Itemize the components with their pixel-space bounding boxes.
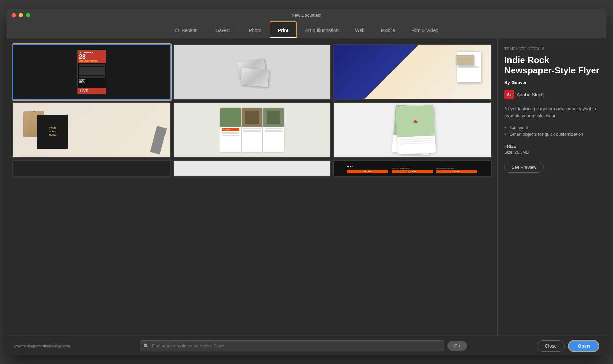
- tab-saved[interactable]: Saved: [208, 21, 238, 38]
- new-document-window: New Document ⏱ Recent Saved Photo Print …: [7, 9, 606, 355]
- go-button[interactable]: Go: [447, 341, 467, 351]
- indie-bottom-live: LIVE: [78, 88, 106, 94]
- template-features-list: A4 layout Smart objects for quick custom…: [504, 125, 599, 137]
- template-label-bottom1: [13, 176, 170, 177]
- trifold-panel-1: COMPANY: [220, 108, 241, 152]
- template-stationery[interactable]: Stationery Branding Scene Mock... FREE: [333, 44, 492, 100]
- open-button[interactable]: Open: [568, 340, 599, 352]
- maximize-traffic-light[interactable]: [26, 13, 30, 17]
- template-retail[interactable]: YOURLOGOHERE Retail Branding Scene Mocku…: [12, 102, 171, 158]
- close-traffic-light[interactable]: [12, 13, 16, 17]
- search-wrapper: 🔍: [140, 340, 444, 351]
- template-thumb-bottom2: [174, 161, 331, 176]
- bottom-bar: www.heritagechristiancollege.com 🔍 Go Cl…: [7, 336, 606, 355]
- template-pricing: FREE: [504, 144, 599, 149]
- clock-icon: ⏱: [175, 28, 179, 33]
- template-thumb-trifold: COMPANY: [174, 103, 331, 157]
- tab-film-video[interactable]: Film & Video: [403, 21, 446, 38]
- window-title: New Document: [292, 13, 322, 18]
- template-label-flamingo: Flamingo Business Card FREE: [334, 157, 491, 158]
- template-indie-rock[interactable]: INDIEROCK 28 INDIE MUSIC FESTIVAL MARYSM…: [12, 44, 171, 100]
- template-marbled[interactable]: Marbled Business Card FREE: [173, 44, 332, 100]
- template-author: By Guuver: [504, 80, 599, 85]
- template-size: Size: 26.3MB: [504, 150, 599, 155]
- flamingo-card-front: 🌺: [396, 105, 436, 155]
- bottom-right-buttons: Close Open: [537, 340, 599, 352]
- template-thumb-flamingo: 🌿 🌺: [334, 103, 491, 157]
- tab-divider-1: [206, 27, 206, 33]
- template-label-marbled: Marbled Business Card FREE: [174, 99, 331, 100]
- adobe-stock-label: Adobe Stock: [517, 92, 544, 97]
- nav-tabs-bar: ⏱ Recent Saved Photo Print Art & Illustr…: [7, 21, 606, 38]
- content-area: INDIEROCK 28 INDIE MUSIC FESTIVAL MARYSM…: [7, 38, 606, 336]
- templates-panel: INDIEROCK 28 INDIE MUSIC FESTIVAL MARYSM…: [7, 38, 497, 336]
- feature-item-2: Smart objects for quick customization: [504, 132, 599, 137]
- search-area: 🔍 Go: [140, 340, 467, 351]
- music-card-1: MUSIC MUSIC: [346, 162, 390, 175]
- tab-recent[interactable]: ⏱ Recent: [167, 21, 205, 38]
- search-templates-input[interactable]: [140, 340, 444, 351]
- template-thumb-marble: [174, 45, 331, 99]
- template-bottom3[interactable]: MUSIC MUSIC INDIE ROCK MANAGEMENT OLD MU…: [333, 160, 492, 177]
- template-details-label: TEMPLATE DETAILS: [504, 47, 599, 51]
- tab-web[interactable]: Web: [347, 21, 373, 38]
- template-label-trifold: Tri-Fold Brochure FREE: [174, 157, 331, 158]
- template-trifold[interactable]: COMPANY: [173, 102, 332, 158]
- music-card-3: INDIE ROCK MANAGEMENT OLD M: [435, 162, 479, 175]
- marble-card-2: [241, 68, 269, 87]
- template-label-bottom2: [174, 176, 331, 177]
- details-panel: TEMPLATE DETAILS Indie Rock Newspaper-St…: [497, 38, 606, 336]
- templates-grid: INDIEROCK 28 INDIE MUSIC FESTIVAL MARYSM…: [12, 44, 492, 177]
- tab-art-illustration[interactable]: Art & Illustration: [297, 21, 347, 38]
- minimize-traffic-light[interactable]: [19, 13, 23, 17]
- template-thumb-bottom3: MUSIC MUSIC INDIE ROCK MANAGEMENT OLD MU…: [334, 161, 491, 176]
- close-button[interactable]: Close: [537, 340, 565, 352]
- template-thumb-retail: YOURLOGOHERE: [13, 103, 170, 157]
- template-thumb-stationery: [334, 45, 491, 99]
- see-preview-button[interactable]: See Preview: [504, 162, 544, 173]
- trifold-panel-3: [263, 108, 284, 152]
- traffic-lights: [12, 13, 30, 17]
- tab-divider-2: [239, 27, 239, 33]
- adobe-stock-icon: St: [504, 90, 514, 99]
- indie-preview: INDIEROCK 28 INDIE MUSIC FESTIVAL MARYSM…: [77, 50, 106, 94]
- title-bar: New Document: [7, 9, 606, 21]
- tab-active-underline: [270, 37, 296, 38]
- tab-photo[interactable]: Photo: [241, 21, 270, 38]
- template-label-indie: Indie Rock Newspaper-Style Flyer FREE: [13, 99, 170, 100]
- indie-mid-section: MARYSMITH: [78, 63, 106, 88]
- feature-item-1: A4 layout: [504, 125, 599, 130]
- template-label-stationery: Stationery Branding Scene Mock... FREE: [334, 99, 491, 100]
- template-bottom2[interactable]: [173, 160, 332, 177]
- search-icon: 🔍: [143, 343, 149, 349]
- template-label-retail: Retail Branding Scene Mockup FREE: [13, 157, 170, 158]
- template-label-bottom3: [334, 176, 491, 177]
- adobe-stock-badge: St Adobe Stock: [504, 90, 599, 99]
- template-thumb-indie: INDIEROCK 28 INDIE MUSIC FESTIVAL MARYSM…: [13, 45, 170, 99]
- template-flamingo[interactable]: 🌿 🌺: [333, 102, 492, 158]
- template-description: A flyer featuring a modern newspaper lay…: [504, 105, 599, 120]
- tab-print[interactable]: Print: [270, 21, 297, 38]
- template-thumb-bottom1: [13, 161, 170, 176]
- website-label: www.heritagechristiancollege.com: [14, 344, 70, 348]
- indie-top-band: INDIEROCK 28 INDIE MUSIC FESTIVAL: [78, 50, 106, 63]
- music-card-2: INDIE ROCK MANAGEMENT OLD MUSIC: [390, 162, 434, 175]
- tab-mobile[interactable]: Mobile: [373, 21, 403, 38]
- template-bottom1[interactable]: [12, 160, 171, 177]
- template-details-title: Indie Rock Newspaper-Style Flyer: [504, 55, 599, 76]
- trifold-panel-2: [242, 108, 262, 152]
